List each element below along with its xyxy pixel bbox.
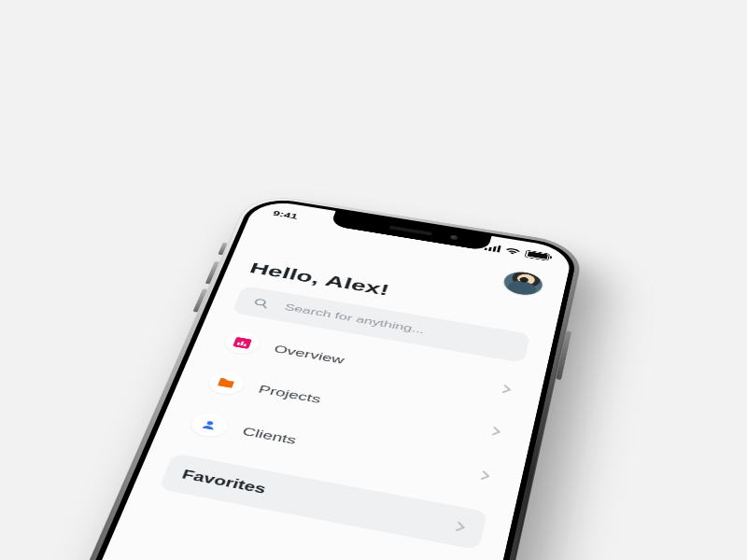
bar-chart-icon	[222, 330, 263, 357]
svg-point-4	[206, 421, 214, 426]
chevron-right-icon	[501, 385, 513, 395]
front-camera	[450, 235, 458, 241]
chevron-right-icon	[490, 426, 501, 437]
avatar[interactable]	[501, 270, 544, 298]
search-icon	[250, 297, 271, 310]
chevron-right-icon	[480, 470, 492, 482]
status-time: 9:41	[272, 209, 299, 220]
earpiece	[388, 226, 432, 236]
chevron-right-icon	[455, 521, 467, 533]
phone-screen: 9:41 Hello, Alex!	[62, 198, 573, 560]
wifi-icon	[504, 246, 521, 256]
folder-icon	[205, 370, 247, 397]
favorites-section[interactable]: Favorites	[159, 453, 488, 550]
battery-icon	[525, 250, 550, 261]
phone-mockup: 9:41 Hello, Alex!	[46, 191, 585, 560]
person-icon	[188, 411, 231, 439]
menu-item-label: Clients	[240, 425, 465, 479]
